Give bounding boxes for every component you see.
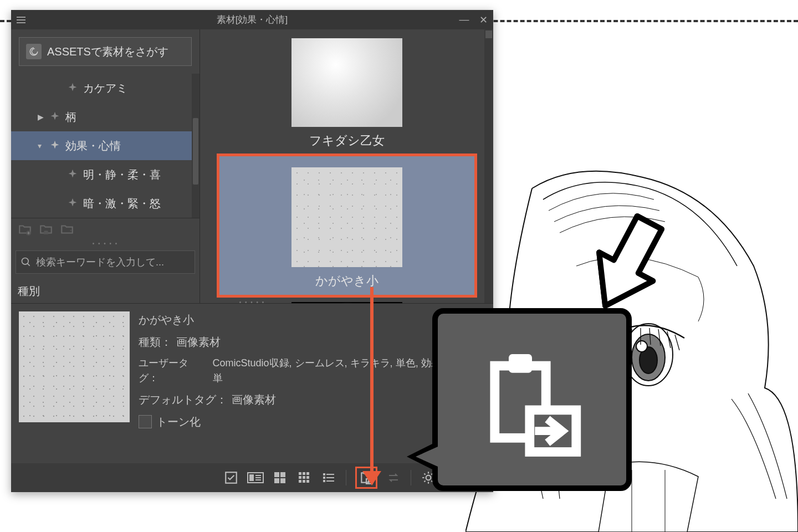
callout-tail [407,441,438,472]
tree-scrollbar[interactable] [192,74,200,218]
svg-rect-13 [299,472,301,475]
titlebar: 素材[効果・心情] — ✕ [11,10,493,29]
sparkle-icon [49,140,61,152]
sparkle-icon [66,197,79,209]
annotation-pointer-arrow [576,211,671,335]
tone-label: トーン化 [156,413,201,430]
svg-point-31 [426,475,431,480]
tree-label: 柄 [65,110,76,125]
svg-rect-17 [303,476,305,479]
sparkle-icon [66,82,79,94]
svg-rect-12 [280,478,285,483]
resize-handle[interactable]: • • • • • [11,241,200,248]
chevron-down-icon: ▾ [38,141,42,150]
tree-item-truncated[interactable]: カケアミ [11,74,200,103]
gallery-scrollbar[interactable] [484,29,493,303]
search-input[interactable]: 検索キーワードを入力して... [16,250,195,274]
tree-item-light[interactable]: 明・静・柔・喜 [11,160,200,189]
paste-icon-large [474,347,590,464]
tree-item-dark[interactable]: 暗・激・緊・怒 [11,189,200,218]
folder-add-icon[interactable] [18,222,32,237]
svg-point-3 [636,341,647,352]
svg-rect-33 [509,354,532,373]
folder-delete-icon[interactable] [39,222,53,237]
thumbnail [291,38,402,127]
detail-usertag-label: ユーザータグ： [139,356,208,386]
tree-item-effect[interactable]: ▾ 効果・心情 [11,131,200,160]
swap-icon [385,469,402,486]
tree-label: 効果・心情 [65,139,121,154]
assets-search-button[interactable]: ASSETSで素材をさがす [19,37,192,66]
annotation-arrow-line [370,287,374,474]
svg-point-5 [22,258,29,265]
gallery-item-label: フキダシ乙女 [309,132,385,149]
kind-label: 種別 [11,279,200,303]
tone-checkbox[interactable] [139,415,152,428]
content-pane: フキダシ乙女 かがやき小 [200,29,493,303]
thumbnail [291,167,402,267]
detail-thumbnail [19,311,130,422]
material-panel: 素材[効果・心情] — ✕ ASSETSで素材をさがす カケアミ ▶ [11,10,493,492]
sparkle-icon [66,168,79,181]
folder-toolbar [11,218,200,241]
svg-rect-24 [323,477,325,479]
folder-edit-icon[interactable] [60,222,74,237]
folder-tree: カケアミ ▶ 柄 ▾ 効果・心情 明・静・柔・喜 [11,74,200,218]
gallery-item-label: かがやき小 [315,273,378,289]
material-gallery: フキダシ乙女 かがやき小 [200,29,493,303]
view-small-grid-icon[interactable] [296,469,313,486]
svg-rect-8 [249,474,254,481]
annotation-arrow-head [362,471,381,485]
detail-deftag-label: デフォルトタグ： [139,391,227,408]
svg-rect-16 [299,476,301,479]
separator [411,470,411,485]
view-detail-icon[interactable] [247,469,264,486]
svg-rect-21 [306,480,309,483]
svg-rect-22 [323,473,325,475]
svg-rect-19 [299,480,301,483]
detail-type-label: 種類： [139,334,172,350]
detail-pane: • • • • • かがやき小 種類：画像素材 ユーザータグ：ComicStud… [11,303,493,463]
select-area-icon[interactable] [223,469,239,486]
assets-button-label: ASSETSで素材をさがす [47,44,168,59]
hamburger-menu-button[interactable] [11,10,30,29]
svg-rect-15 [306,472,309,475]
tree-label: 暗・激・緊・怒 [83,196,161,211]
svg-rect-11 [274,478,279,483]
assets-swirl-icon [26,44,42,59]
svg-rect-27 [326,480,334,482]
svg-rect-20 [303,480,305,483]
svg-rect-10 [280,472,285,477]
close-button[interactable]: ✕ [474,10,493,29]
minimize-button[interactable]: — [454,10,474,29]
detail-type-value: 画像素材 [176,334,221,350]
gallery-item[interactable]: フキダシ乙女 [219,38,474,149]
sparkle-icon [49,111,61,123]
view-large-grid-icon[interactable] [272,469,288,486]
svg-rect-26 [323,480,325,482]
svg-rect-23 [326,474,334,475]
search-placeholder: 検索キーワードを入力して... [36,255,164,269]
tree-label: カケアミ [83,81,127,96]
svg-rect-18 [306,476,309,479]
callout-bubble [432,308,632,491]
tree-item-pattern[interactable]: ▶ 柄 [11,103,200,131]
svg-rect-25 [326,477,334,478]
chevron-right-icon: ▶ [38,112,44,121]
resize-handle[interactable]: • • • • • [239,299,265,305]
sidebar: ASSETSで素材をさがす カケアミ ▶ 柄 ▾ 効果・心情 [11,29,200,303]
svg-rect-9 [274,472,279,477]
view-list-icon[interactable] [320,469,337,486]
window-title: 素材[効果・心情] [217,13,288,26]
separator [346,470,346,485]
gallery-item-selected[interactable]: かがやき小 [217,154,477,298]
detail-deftag-value: 画像素材 [232,391,276,408]
tree-label: 明・静・柔・喜 [83,167,161,182]
search-icon [21,257,32,268]
svg-rect-14 [303,472,305,475]
